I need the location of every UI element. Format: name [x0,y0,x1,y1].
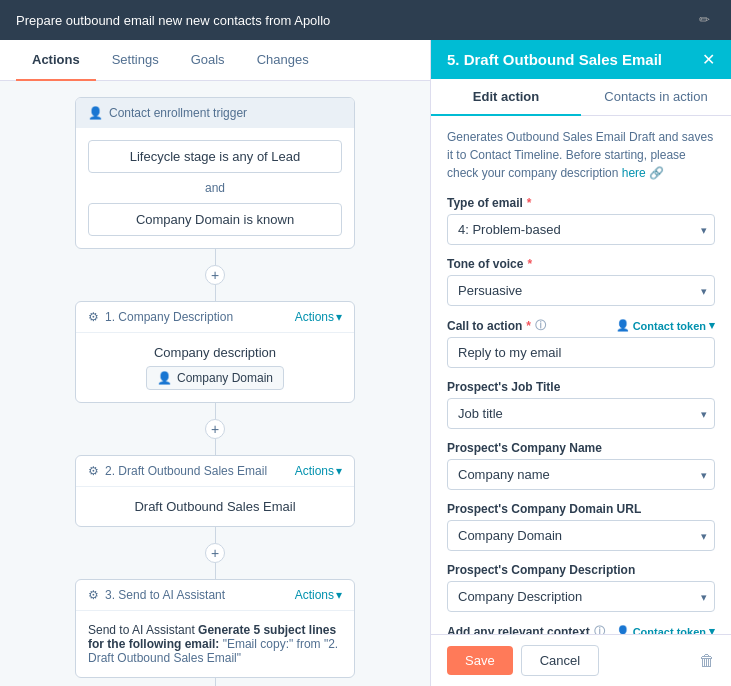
type-of-email-select[interactable]: 4: Problem-based [447,214,715,245]
delete-action-icon[interactable]: 🗑 [699,652,715,670]
company-domain-url-select[interactable]: Company Domain [447,520,715,551]
info-icon-context[interactable]: ⓘ [594,624,605,634]
tone-of-voice-select[interactable]: Persuasive [447,275,715,306]
add-step-btn-3[interactable]: + [205,543,225,563]
company-description-select-wrapper: Company Description ▾ [447,581,715,612]
company-domain-condition-text: Company Domain is known [136,212,294,227]
tab-changes[interactable]: Changes [241,40,325,81]
company-domain-condition: Company Domain is known [88,203,342,236]
main-layout: Actions Settings Goals Changes 👤 Contact… [0,40,731,686]
panel-tab-edit[interactable]: Edit action [431,79,581,116]
workflow-canvas: 👤 Contact enrollment trigger Lifecycle s… [0,81,430,686]
trigger-header: 👤 Contact enrollment trigger [76,98,354,128]
connector-line [215,563,216,579]
type-of-email-group: Type of email * 4: Problem-based ▾ [447,196,715,245]
step-3-header: ⚙ 3. Send to AI Assistant Actions ▾ [76,580,354,611]
job-title-label: Prospect's Job Title [447,380,715,394]
trigger-card: 👤 Contact enrollment trigger Lifecycle s… [75,97,355,249]
step-card-3: ⚙ 3. Send to AI Assistant Actions ▾ Send… [75,579,355,678]
tone-of-voice-group: Tone of voice * Persuasive ▾ [447,257,715,306]
company-description-label: Prospect's Company Description [447,563,715,577]
relevant-context-label: Add any relevant context ⓘ 👤 Contact tok… [447,624,715,634]
step-3-actions-btn[interactable]: Actions ▾ [295,588,342,602]
company-name-select-wrapper: Company name ▾ [447,459,715,490]
panel-description: Generates Outbound Sales Email Draft and… [447,128,715,182]
connector-4: + [205,678,225,686]
add-step-btn-2[interactable]: + [205,419,225,439]
company-name-group: Prospect's Company Name Company name ▾ [447,441,715,490]
connector-line [215,527,216,543]
connector-2: + [205,403,225,455]
required-star: * [527,196,532,210]
step-2-actions-btn[interactable]: Actions ▾ [295,464,342,478]
company-domain-url-select-wrapper: Company Domain ▾ [447,520,715,551]
contact-token-btn-context[interactable]: 👤 Contact token ▾ [616,625,715,634]
panel-header: 5. Draft Outbound Sales Email ✕ [431,40,731,79]
connector-1: + [205,249,225,301]
save-button[interactable]: Save [447,646,513,675]
tab-goals[interactable]: Goals [175,40,241,81]
trigger-body: Lifecycle stage is any of Lead and Compa… [76,128,354,248]
tone-of-voice-label: Tone of voice * [447,257,715,271]
panel-close-icon[interactable]: ✕ [702,50,715,69]
step-1-badge-text: Company Domain [177,371,273,385]
step-2-title: 2. Draft Outbound Sales Email [105,464,267,478]
lifecycle-condition: Lifecycle stage is any of Lead [88,140,342,173]
person-icon-sm: 👤 [157,371,172,385]
condition-and: and [205,181,225,195]
contact-token-btn-cta[interactable]: 👤 Contact token ▾ [616,319,715,332]
panel-title: 5. Draft Outbound Sales Email [447,51,662,68]
step-2-body: Draft Outbound Sales Email [76,487,354,526]
description-link[interactable]: here [622,166,646,180]
call-to-action-label: Call to action * ⓘ 👤 Contact token ▾ [447,318,715,333]
step-2-header-left: ⚙ 2. Draft Outbound Sales Email [88,464,267,478]
call-to-action-group: Call to action * ⓘ 👤 Contact token ▾ [447,318,715,368]
job-title-select[interactable]: Job title [447,398,715,429]
step-1-actions-btn[interactable]: Actions ▾ [295,310,342,324]
relevant-context-group: Add any relevant context ⓘ 👤 Contact tok… [447,624,715,634]
step-1-header-left: ⚙ 1. Company Description [88,310,233,324]
step-1-header: ⚙ 1. Company Description Actions ▾ [76,302,354,333]
step-1-title: 1. Company Description [105,310,233,324]
panel-tab-contacts[interactable]: Contacts in action [581,79,731,116]
step-3-body: Send to AI Assistant Generate 5 subject … [76,611,354,677]
info-icon[interactable]: ⓘ [535,318,546,333]
step-3-prefix: Send to AI Assistant [88,623,195,637]
left-panel: Actions Settings Goals Changes 👤 Contact… [0,40,430,686]
step-2-body-text: Draft Outbound Sales Email [88,499,342,514]
top-bar: Prepare outbound email new new contacts … [0,0,731,40]
gear-icon-3: ⚙ [88,588,99,602]
gear-icon-1: ⚙ [88,310,99,324]
company-name-select[interactable]: Company name [447,459,715,490]
connector-line [215,285,216,301]
connector-3: + [205,527,225,579]
type-of-email-select-wrapper: 4: Problem-based ▾ [447,214,715,245]
step-1-badge: 👤 Company Domain [146,366,284,390]
step-card-1: ⚙ 1. Company Description Actions ▾ Compa… [75,301,355,403]
step-1-body: Company description 👤 Company Domain [76,333,354,402]
tab-actions[interactable]: Actions [16,40,96,81]
gear-icon-2: ⚙ [88,464,99,478]
company-domain-url-group: Prospect's Company Domain URL Company Do… [447,502,715,551]
connector-line [215,403,216,419]
type-of-email-label: Type of email * [447,196,715,210]
left-tabs: Actions Settings Goals Changes [0,40,430,81]
required-star: * [526,319,531,333]
job-title-select-wrapper: Job title ▾ [447,398,715,429]
add-step-btn-1[interactable]: + [205,265,225,285]
connector-line [215,678,216,686]
person-icon: 👤 [88,106,103,120]
step-3-header-left: ⚙ 3. Send to AI Assistant [88,588,225,602]
company-name-label: Prospect's Company Name [447,441,715,455]
connector-line [215,249,216,265]
panel-content: Generates Outbound Sales Email Draft and… [431,116,731,634]
company-description-select[interactable]: Company Description [447,581,715,612]
workflow-title: Prepare outbound email new new contacts … [16,13,691,28]
right-panel: 5. Draft Outbound Sales Email ✕ Edit act… [430,40,731,686]
call-to-action-input[interactable] [447,337,715,368]
tab-settings[interactable]: Settings [96,40,175,81]
company-domain-url-label: Prospect's Company Domain URL [447,502,715,516]
link-icon: 🔗 [649,166,664,180]
cancel-button[interactable]: Cancel [521,645,599,676]
edit-title-icon[interactable]: ✏ [699,12,715,28]
